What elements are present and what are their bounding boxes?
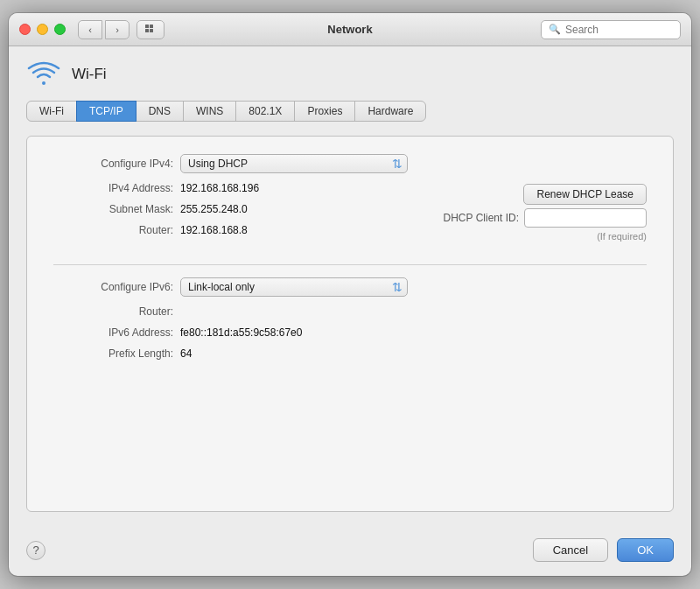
configure-ipv4-label: Configure IPv4:: [53, 158, 180, 170]
help-button[interactable]: ?: [26, 541, 46, 560]
window: ‹ › Network 🔍: [9, 13, 691, 576]
ipv6-router-row: Router:: [53, 305, 647, 318]
ipv6-address-row: IPv6 Address: fe80::181d:a55:9c58:67e0: [53, 326, 647, 339]
tabs: Wi-Fi TCP/IP DNS WINS 802.1X Proxies Har…: [26, 101, 674, 122]
back-button[interactable]: ‹: [78, 20, 102, 39]
tab-hardware[interactable]: Hardware: [354, 101, 426, 122]
ipv4-combined-row: IPv4 Address: 192.168.168.196 Subnet Mas…: [53, 182, 647, 245]
search-icon: 🔍: [549, 24, 561, 35]
ipv4-address-value: 192.168.168.196: [180, 182, 259, 194]
ipv4-address-label: IPv4 Address:: [53, 182, 180, 194]
subnet-value: 255.255.248.0: [180, 203, 248, 215]
ipv6-address-value: fe80::181d:a55:9c58:67e0: [180, 326, 302, 339]
close-button[interactable]: [19, 24, 31, 35]
dhcp-client-input[interactable]: [524, 208, 647, 228]
traffic-lights: [19, 24, 66, 35]
ok-button[interactable]: OK: [617, 538, 674, 562]
panel: Configure IPv4: Using DHCP Manually BOOT…: [26, 136, 674, 512]
titlebar: ‹ › Network 🔍: [9, 13, 691, 46]
svg-rect-1: [150, 25, 153, 28]
window-title: Network: [327, 23, 372, 36]
router-row: Router: 192.168.168.8: [53, 224, 444, 236]
configure-ipv6-wrapper: Link-local only Automatically Manually O…: [180, 277, 408, 297]
router-label: Router:: [53, 224, 180, 236]
search-input[interactable]: [565, 24, 673, 36]
router-value: 192.168.168.8: [180, 224, 248, 236]
renew-dhcp-button[interactable]: Renew DHCP Lease: [523, 184, 647, 205]
section-divider: [53, 264, 647, 265]
ipv4-address-row: IPv4 Address: 192.168.168.196: [53, 182, 444, 194]
action-buttons: Cancel OK: [533, 538, 674, 562]
forward-button[interactable]: ›: [105, 20, 130, 39]
nav-buttons: ‹ ›: [78, 20, 130, 39]
tab-tcpip[interactable]: TCP/IP: [76, 101, 136, 122]
configure-ipv4-wrapper: Using DHCP Manually BOOTP Off ⇅: [180, 154, 408, 173]
ipv4-left-fields: IPv4 Address: 192.168.168.196 Subnet Mas…: [53, 182, 444, 245]
svg-rect-3: [150, 29, 153, 32]
svg-rect-0: [145, 25, 149, 28]
wifi-heading: Wi-Fi: [72, 66, 107, 83]
bottom-bar: ? Cancel OK: [9, 526, 691, 576]
tab-8021x[interactable]: 802.1X: [235, 101, 295, 122]
minimize-button[interactable]: [37, 24, 48, 35]
tab-wins[interactable]: WINS: [183, 101, 236, 122]
tab-proxies[interactable]: Proxies: [294, 101, 355, 122]
grid-button[interactable]: [136, 20, 164, 39]
wifi-header: Wi-Fi: [26, 60, 674, 88]
configure-ipv6-select[interactable]: Link-local only Automatically Manually O…: [180, 277, 408, 297]
ipv4-section: Configure IPv4: Using DHCP Manually BOOT…: [53, 154, 647, 245]
tab-dns[interactable]: DNS: [136, 101, 184, 122]
configure-ipv4-row: Configure IPv4: Using DHCP Manually BOOT…: [53, 154, 647, 173]
wifi-icon: [26, 60, 61, 88]
maximize-button[interactable]: [54, 24, 66, 35]
subnet-label: Subnet Mask:: [53, 203, 180, 215]
prefix-length-label: Prefix Length:: [53, 347, 180, 360]
configure-ipv4-select[interactable]: Using DHCP Manually BOOTP Off: [180, 154, 408, 173]
ipv6-address-label: IPv6 Address:: [53, 326, 180, 339]
configure-ipv6-row: Configure IPv6: Link-local only Automati…: [53, 277, 647, 297]
prefix-length-value: 64: [180, 347, 192, 360]
ipv6-section: Configure IPv6: Link-local only Automati…: [53, 277, 647, 360]
configure-ipv6-label: Configure IPv6:: [53, 281, 180, 293]
ipv6-router-label: Router:: [53, 305, 180, 318]
cancel-button[interactable]: Cancel: [533, 538, 608, 562]
search-box[interactable]: 🔍: [541, 20, 681, 39]
content-area: Wi-Fi Wi-Fi TCP/IP DNS WINS 802.1X Proxi…: [9, 46, 691, 526]
if-required-label: (If required): [597, 231, 647, 242]
svg-rect-2: [145, 29, 149, 32]
tab-wifi[interactable]: Wi-Fi: [26, 101, 77, 122]
ipv4-right-fields: Renew DHCP Lease DHCP Client ID: (If req…: [444, 182, 647, 242]
subnet-row: Subnet Mask: 255.255.248.0: [53, 203, 444, 215]
dhcp-client-label: DHCP Client ID:: [444, 212, 519, 224]
prefix-length-row: Prefix Length: 64: [53, 347, 647, 360]
dhcp-client-row: DHCP Client ID:: [444, 208, 647, 228]
